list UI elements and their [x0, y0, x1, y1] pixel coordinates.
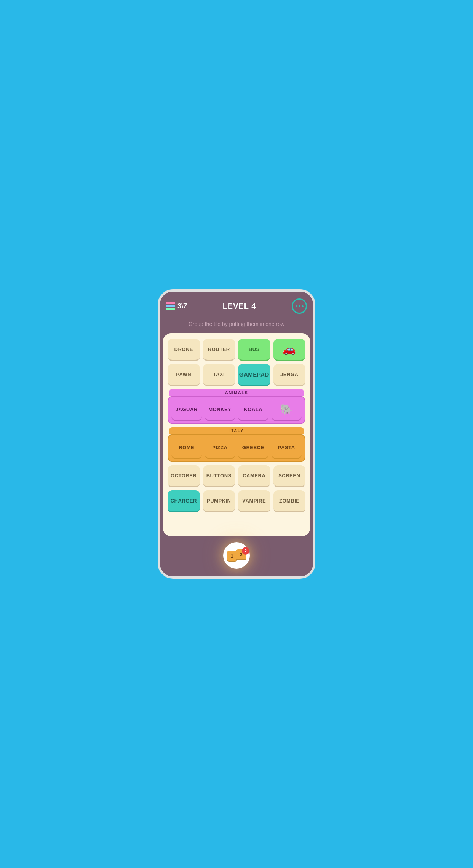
hint-count-badge: 2 [242, 547, 249, 555]
tile-screen[interactable]: SCREEN [273, 465, 306, 487]
tile-monkey[interactable]: MONKEY [205, 399, 235, 421]
tile-pizza[interactable]: PIZZA [205, 437, 235, 459]
tile-zombie[interactable]: ZOMBIE [273, 490, 306, 512]
tile-charger[interactable]: CHARGER [168, 490, 200, 512]
tile-vampire[interactable]: VAMPIRE [238, 490, 270, 512]
tile-taxi[interactable]: TAXI [203, 364, 235, 386]
italy-label: ITALY [169, 427, 304, 434]
tile-row-5: OCTOBER BUTTONS CAMERA SCREEN [168, 465, 305, 487]
header: 3\7 LEVEL 4 [160, 292, 313, 319]
score-badge: 3\7 [166, 302, 187, 310]
tile-row-2: PAWN TAXI GAMEPAD JENGA [168, 364, 305, 386]
score-text: 3\7 [177, 302, 187, 310]
tile-pumpkin[interactable]: PUMPKIN [203, 490, 235, 512]
tile-koala[interactable]: KOALA [238, 399, 268, 421]
subtitle: Group the tile by putting them in one ro… [160, 319, 313, 333]
tile-pasta[interactable]: PASTA [272, 437, 302, 459]
hint-tiles-icon: 1 2 2 [227, 549, 246, 562]
italy-row: ROME PIZZA GREECE PASTA [168, 434, 305, 462]
tile-gamepad[interactable]: GAMEPAD [238, 364, 270, 386]
tile-greece[interactable]: GREECE [238, 437, 268, 459]
tile-camera[interactable]: CAMERA [238, 465, 270, 487]
three-dots-icon [296, 305, 304, 307]
layers-icon [166, 302, 175, 310]
italy-group: ITALY ROME PIZZA GREECE PASTA [168, 427, 305, 462]
phone-frame: 3\7 LEVEL 4 Group the tile by putting th… [158, 289, 315, 579]
tile-rome[interactable]: ROME [171, 437, 202, 459]
tile-bus[interactable]: BUS [238, 339, 270, 361]
tile-row-1: DRONE ROUTER BUS 🚗 [168, 339, 305, 361]
tile-drone[interactable]: DRONE [168, 339, 200, 361]
tile-car[interactable]: 🚗 [273, 339, 306, 361]
bottom-area: 1 2 2 [160, 536, 313, 576]
level-title: LEVEL 4 [223, 302, 256, 311]
tile-row-6: CHARGER PUMPKIN VAMPIRE ZOMBIE [168, 490, 305, 512]
animals-group: ANIMALS JAGUAR MONKEY KOALA 🐘 [168, 389, 305, 424]
tile-buttons[interactable]: BUTTONS [203, 465, 235, 487]
animals-label: ANIMALS [169, 389, 304, 396]
hint-button[interactable]: 1 2 2 [223, 542, 250, 569]
tile-jaguar[interactable]: JAGUAR [171, 399, 202, 421]
tile-pawn[interactable]: PAWN [168, 364, 200, 386]
tile-router[interactable]: ROUTER [203, 339, 235, 361]
game-area: DRONE ROUTER BUS 🚗 PAWN TAXI GAMEPAD JEN… [163, 333, 310, 536]
animals-row: JAGUAR MONKEY KOALA 🐘 [168, 396, 305, 424]
menu-button[interactable] [292, 298, 307, 314]
tile-october[interactable]: OCTOBER [168, 465, 200, 487]
tile-jenga[interactable]: JENGA [273, 364, 306, 386]
tile-elephant[interactable]: 🐘 [272, 399, 302, 421]
